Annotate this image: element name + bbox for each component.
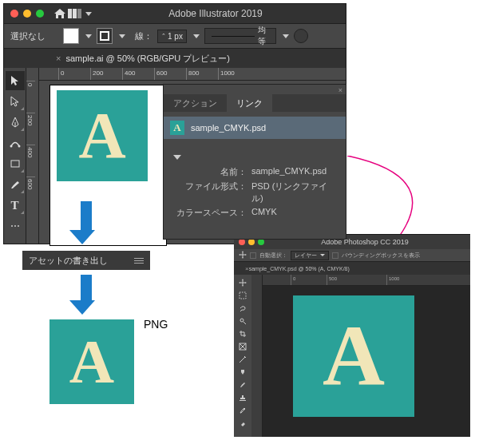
placed-image[interactable]: A bbox=[57, 90, 148, 181]
ruler-tick: 1000 bbox=[218, 68, 250, 80]
layer-dropdown[interactable]: レイヤー bbox=[291, 251, 329, 260]
layer-dd-label: レイヤー bbox=[295, 252, 317, 260]
info-colorspace-label: カラースペース： bbox=[172, 207, 251, 219]
sample-glyph: A bbox=[78, 98, 125, 173]
selection-tool[interactable] bbox=[6, 71, 25, 90]
minimize-icon[interactable] bbox=[248, 239, 255, 245]
asset-export-label: アセットの書き出し bbox=[29, 255, 108, 267]
stroke-swatch[interactable] bbox=[97, 28, 113, 44]
ruler-tick: 0 bbox=[26, 81, 35, 113]
home-view-group bbox=[53, 8, 92, 19]
document-tab[interactable]: × sample.ai @ 50% (RGB/GPU プレビュー) bbox=[46, 50, 240, 68]
brush-tool[interactable] bbox=[235, 379, 251, 391]
svg-rect-1 bbox=[73, 9, 77, 18]
chevron-down-icon[interactable] bbox=[85, 34, 92, 38]
ruler-tick: 400 bbox=[26, 145, 35, 176]
close-icon[interactable] bbox=[239, 239, 245, 245]
eyedropper-tool[interactable] bbox=[235, 353, 251, 366]
zoom-icon[interactable] bbox=[258, 239, 264, 245]
ps-canvas-area: 0 500 1000 A bbox=[251, 275, 470, 437]
chevron-down-icon[interactable] bbox=[193, 34, 200, 38]
fill-swatch[interactable] bbox=[63, 28, 79, 44]
curvature-tool[interactable] bbox=[6, 133, 25, 153]
ruler-tick: 1000 bbox=[386, 275, 422, 285]
format-label: PNG bbox=[144, 318, 168, 331]
close-tab-icon[interactable]: × bbox=[56, 54, 61, 63]
svg-point-4 bbox=[18, 145, 20, 148]
ps-options-bar: 自動選択： レイヤー バウンディングボックスを表示 bbox=[234, 249, 470, 262]
vertical-ruler: 0 200 400 600 bbox=[26, 68, 39, 244]
tab-links[interactable]: リンク bbox=[227, 94, 272, 112]
move-tool-icon[interactable] bbox=[239, 251, 247, 260]
home-icon[interactable] bbox=[53, 8, 66, 19]
panel-tabs: アクション リンク bbox=[164, 94, 346, 112]
arrange-icon[interactable] bbox=[68, 8, 82, 19]
tab-actions[interactable]: アクション bbox=[164, 94, 227, 112]
frame-tool[interactable] bbox=[235, 340, 251, 353]
output-glyph: A bbox=[69, 326, 114, 398]
type-tool[interactable]: T bbox=[6, 196, 25, 215]
close-icon[interactable] bbox=[10, 10, 18, 18]
arrow-down-icon bbox=[77, 201, 95, 244]
info-format-value: PSD (リンクファイル) bbox=[251, 180, 338, 204]
crop-tool[interactable] bbox=[235, 327, 251, 340]
pen-tool[interactable] bbox=[6, 113, 25, 132]
stamp-tool[interactable] bbox=[235, 391, 251, 404]
healing-tool[interactable] bbox=[235, 366, 251, 379]
quick-select-tool[interactable] bbox=[235, 315, 251, 327]
chevron-down-icon[interactable] bbox=[119, 34, 125, 38]
zoom-icon[interactable] bbox=[36, 10, 44, 18]
close-panel-icon[interactable]: × bbox=[338, 86, 342, 94]
history-brush-tool[interactable] bbox=[235, 404, 251, 417]
stroke-profile-dropdown[interactable]: 均等 bbox=[204, 28, 276, 44]
ps-workspace: 0 500 1000 A bbox=[234, 275, 470, 437]
lasso-tool[interactable] bbox=[235, 302, 251, 315]
paintbrush-tool[interactable] bbox=[6, 175, 25, 194]
marquee-tool[interactable] bbox=[235, 289, 251, 302]
panel-menu-icon[interactable] bbox=[134, 258, 144, 264]
stroke-weight-input[interactable]: ⌃ 1 px bbox=[157, 30, 187, 43]
move-tool[interactable] bbox=[235, 276, 251, 289]
window-controls bbox=[10, 10, 44, 18]
svg-rect-0 bbox=[68, 9, 72, 18]
horizontal-ruler: 0 200 400 600 800 1000 bbox=[39, 68, 346, 81]
disclosure-icon[interactable] bbox=[173, 155, 181, 160]
document-tab-label: sample.ai @ 50% (RGB/GPU プレビュー) bbox=[65, 53, 230, 65]
ruler-tick: 600 bbox=[26, 176, 35, 208]
selection-label: 選択なし bbox=[10, 30, 46, 42]
ruler-tick: 200 bbox=[26, 113, 35, 145]
ruler-tick: 800 bbox=[186, 68, 218, 80]
thumb-glyph: A bbox=[173, 121, 180, 134]
link-filename: sample_CMYK.psd bbox=[191, 123, 266, 133]
uniform-label: 均等 bbox=[258, 25, 272, 47]
rectangle-tool[interactable] bbox=[6, 154, 25, 173]
info-name-value: sample_CMYK.psd bbox=[251, 166, 338, 178]
toolbar: T ⋯ bbox=[4, 68, 26, 244]
ruler-tick: 0 bbox=[58, 68, 90, 80]
artboard: A bbox=[50, 85, 166, 245]
chevron-down-icon[interactable] bbox=[85, 12, 92, 16]
line-preview bbox=[212, 36, 255, 37]
link-list-item[interactable]: A sample_CMYK.psd bbox=[164, 117, 346, 139]
ps-image[interactable]: A bbox=[293, 295, 414, 417]
info-colorspace-value: CMYK bbox=[251, 207, 338, 219]
asset-export-panel[interactable]: アセットの書き出し bbox=[22, 251, 150, 270]
ps-window-controls bbox=[239, 239, 264, 245]
bounding-box-checkbox[interactable] bbox=[332, 252, 338, 259]
chevron-down-icon[interactable] bbox=[283, 34, 289, 38]
ruler-tick: 400 bbox=[122, 68, 154, 80]
opacity-button[interactable] bbox=[294, 29, 308, 43]
auto-select-checkbox[interactable] bbox=[250, 252, 256, 259]
minimize-icon[interactable] bbox=[23, 10, 31, 18]
svg-point-10 bbox=[243, 408, 245, 410]
eraser-tool[interactable] bbox=[235, 417, 251, 430]
stroke-weight-value: 1 px bbox=[168, 32, 183, 41]
ps-document-tab[interactable]: × sample_CMYK.psd @ 50% (A, CMYK/8) bbox=[234, 262, 470, 275]
direct-selection-tool[interactable] bbox=[6, 92, 25, 111]
ps-canvas[interactable]: A bbox=[263, 286, 470, 437]
svg-point-3 bbox=[10, 145, 12, 148]
control-bar: 選択なし 線： ⌃ 1 px 均等 bbox=[4, 23, 346, 49]
edit-toolbar[interactable]: ⋯ bbox=[6, 216, 25, 236]
auto-select-label: 自動選択： bbox=[259, 252, 287, 260]
ps-toolbar bbox=[234, 275, 251, 437]
